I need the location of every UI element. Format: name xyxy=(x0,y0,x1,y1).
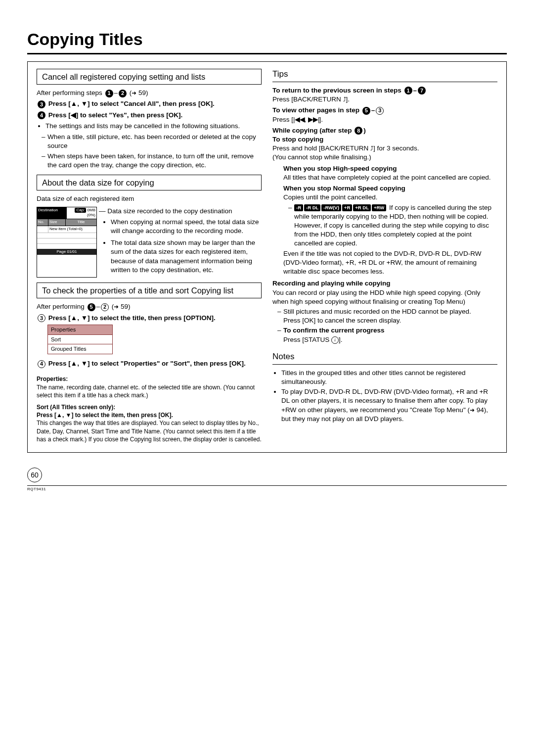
tips-rec-head: Recording and playing while copying xyxy=(272,279,497,288)
ds-bullet-2: The total data size shown may be larger … xyxy=(111,238,262,275)
cancel-after-text: After performing steps xyxy=(37,89,104,96)
tips-stop-head: To stop copying xyxy=(272,135,497,144)
tips-rec-d2b: Press [STATUS ]. xyxy=(283,336,343,343)
check-after-text: After performing xyxy=(37,303,87,310)
ds-pointer-text: Data size recorded to the copy destinati… xyxy=(107,207,232,215)
cancel-step4: 4 Press [◀] to select "Yes", then press … xyxy=(37,111,262,120)
ds-diagram: Destination Cap: 0MB (0%) No. Size Title xyxy=(37,207,262,278)
ds-pointer: — Data size recorded to the copy destina… xyxy=(99,207,262,216)
tips-even: Even if the title was not copied to the … xyxy=(283,249,497,277)
check-step-4: 4 Press [▲, ▼] to select "Properties" or… xyxy=(37,359,262,368)
section-check-header: To check the properties of a title and s… xyxy=(37,283,262,298)
badge-rdl: -R DL xyxy=(304,204,320,212)
tips-hs-body: All titles that have completely copied a… xyxy=(283,173,497,182)
tips-ns-dash: -R-R DL-RW(V)+R+R DL+RW If copy is cance… xyxy=(283,203,497,248)
section-cancel-header: Cancel all registered copying setting an… xyxy=(37,69,262,85)
ds-cap-label: Cap: xyxy=(75,208,86,213)
tips-stop-body2: (You cannot stop while finalising.) xyxy=(272,153,497,162)
step-5-icon: 5 xyxy=(88,303,95,311)
step-7-icon: 7 xyxy=(418,87,426,94)
check-after-performing: After performing 5–2 ( 59) xyxy=(37,302,262,311)
cancel-step3: 3 Press [▲, ▼] to select "Cancel All", t… xyxy=(37,99,262,108)
tips-rec-dash: Still pictures and music recorded on the… xyxy=(272,307,497,344)
cancel-dash-list: When a title, still picture, etc. has be… xyxy=(37,133,262,170)
step-1-icon-r: 1 xyxy=(404,87,412,94)
arrow-ref-icon xyxy=(132,89,136,96)
badge-rwv: -RW(V) xyxy=(321,204,341,212)
cancel-page-ref: 59) xyxy=(136,89,148,96)
tips-rec-d2: To confirm the current progress Press [S… xyxy=(277,326,497,344)
tips-return-body: Press [BACK/RETURN ]. xyxy=(272,95,350,103)
circled-4-icon: 4 xyxy=(38,360,45,368)
tips-ns: When you stop Normal Speed copying Copie… xyxy=(272,184,497,276)
props-body: The name, recording date, channel etc. o… xyxy=(37,383,262,399)
step-1-icon: 1 xyxy=(105,90,113,97)
sort-sub: Press [▲, ▼] to select the item, then pr… xyxy=(37,411,262,419)
badge-r: -R xyxy=(294,204,303,212)
cancel-dash-2: When steps have been taken, for instance… xyxy=(42,152,262,170)
cancel-dash-1: When a title, still picture, etc. has be… xyxy=(42,133,262,150)
tips-rec-d2h: To confirm the current progress xyxy=(283,327,385,334)
check-step3-text: Press [▲, ▼] to select the title, then p… xyxy=(48,314,216,322)
tips-return-text: To return to the previous screen in step… xyxy=(272,87,403,94)
badge-pr: +R xyxy=(342,204,352,212)
step-3-icon: 3 xyxy=(38,100,45,108)
mini-menu-grouped: Grouped Titles xyxy=(48,344,112,354)
ds-box: Destination Cap: 0MB (0%) No. Size Title xyxy=(37,207,97,278)
check-page-ref: 59) xyxy=(119,303,130,310)
info-icon xyxy=(331,336,339,344)
circled-3b-icon: 3 xyxy=(376,107,384,115)
tips-rec-d1b-text: Press [OK] to cancel the screen display. xyxy=(283,317,401,324)
notes-list: Titles in the grouped titles and other t… xyxy=(272,369,497,424)
tips-rec: Recording and playing while copying You … xyxy=(272,279,497,344)
note-2: To play DVD-R, DVD-R DL, DVD-RW (DVD-Vid… xyxy=(281,387,497,424)
doc-id: RQT9431 xyxy=(27,487,507,491)
tips-return-head: To return to the previous screen in step… xyxy=(272,87,427,94)
tips-stop-body1: Press and hold [BACK/RETURN ] for 3 seco… xyxy=(272,144,497,153)
right-column: Tips To return to the previous screen in… xyxy=(272,69,497,443)
tips-view-text: To view other pages in step xyxy=(272,106,361,114)
step-4-icon: 4 xyxy=(38,111,45,119)
ds-intro: Data size of each registered item xyxy=(37,194,262,203)
notes-header: Notes xyxy=(272,351,497,365)
arrow-ref-icon-3 xyxy=(470,406,475,414)
skip-prev-icon xyxy=(293,116,305,123)
badge-prw: +RW xyxy=(372,204,386,212)
tips-rec-d1: Still pictures and music recorded on the… xyxy=(277,307,497,325)
tips-view-body: Press [, ]. xyxy=(272,116,323,123)
step-2-icon: 2 xyxy=(119,90,127,97)
tips-return: To return to the previous screen in step… xyxy=(272,86,497,104)
tips-header: Tips xyxy=(272,69,497,82)
ds-bullet-1: When copying at normal speed, the total … xyxy=(111,218,262,236)
mini-menu-properties: Properties xyxy=(48,325,112,334)
ds-col-size: Size xyxy=(48,219,66,226)
tips-view: To view other pages in step 5–3 Press [,… xyxy=(272,106,497,124)
badge-prdl: +R DL xyxy=(353,204,371,212)
step-8-icon: 8 xyxy=(355,127,362,135)
return-icon xyxy=(343,95,346,103)
check-step-3: 3 Press [▲, ▼] to select the title, then… xyxy=(37,314,262,323)
sort-head: Sort (All Titles screen only): xyxy=(37,403,262,411)
ds-cap-value: 0MB (0%) xyxy=(87,208,95,218)
ds-col-no: No. xyxy=(37,219,48,226)
mini-menu: Properties Sort Grouped Titles xyxy=(47,325,113,355)
section-datasize-header: About the data size for copying xyxy=(37,175,262,190)
circled-2-icon: 2 xyxy=(101,303,109,311)
ds-newitem: New item (Total=0) xyxy=(48,226,96,233)
tips-hs: When you stop High-speed copying All tit… xyxy=(272,164,497,182)
skip-next-icon xyxy=(308,116,319,123)
tips-while: While copying (after step 8) xyxy=(272,126,497,135)
divider xyxy=(27,53,507,54)
ds-dest-label: Destination xyxy=(37,207,67,219)
tips-rec-d1-text: Still pictures and music recorded on the… xyxy=(283,308,471,315)
left-column: Cancel all registered copying setting an… xyxy=(37,69,262,443)
tips-ns-item: -R-R DL-RW(V)+R+R DL+RW If copy is cance… xyxy=(288,203,497,248)
ds-footer: Page 01/01 xyxy=(37,249,96,255)
ds-cap: Cap: 0MB (0%) xyxy=(67,207,96,219)
ds-col-title: Title xyxy=(66,219,96,226)
tips-ns-head: When you stop Normal Speed copying xyxy=(283,184,497,193)
check-step4-text: Press [▲, ▼] to select "Properties" or "… xyxy=(48,360,246,367)
tips-ns-body: Copies until the point cancelled. xyxy=(283,193,497,202)
tips-rec-body: You can record or play using the HDD whi… xyxy=(272,288,497,306)
arrow-ref-icon-2 xyxy=(114,303,119,310)
